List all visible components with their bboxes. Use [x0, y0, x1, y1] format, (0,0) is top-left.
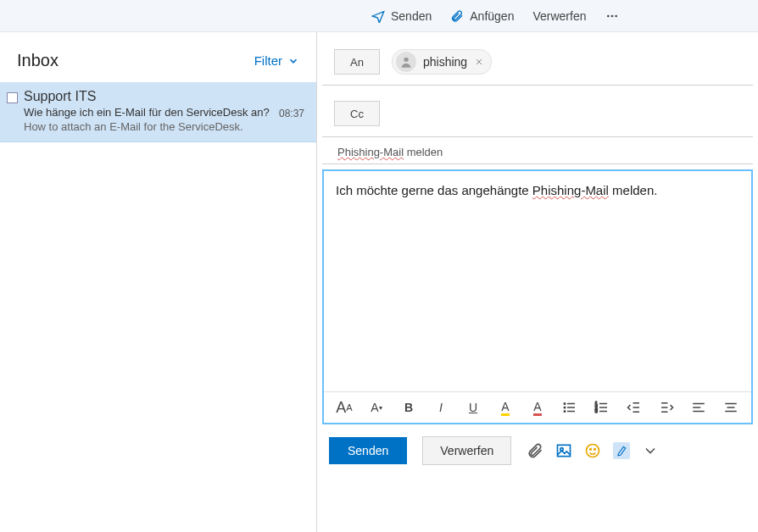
paperclip-icon	[450, 9, 464, 23]
toolbar-attach[interactable]: Anfügen	[450, 9, 514, 23]
outdent-button[interactable]	[626, 399, 643, 416]
svg-point-8	[564, 411, 566, 413]
cc-button[interactable]: Cc	[334, 101, 380, 126]
indent-button[interactable]	[658, 399, 675, 416]
italic-button[interactable]: I	[432, 399, 449, 416]
avatar-icon	[396, 52, 416, 72]
mail-from: Support ITS	[24, 89, 301, 104]
align-center-button[interactable]	[722, 399, 739, 416]
svg-point-30	[587, 445, 599, 457]
subject-rest: melden	[404, 146, 443, 158]
discard-button[interactable]: Verwerfen	[422, 436, 511, 465]
compose-body-frame: Ich möchte gerne das angehängte Phishing…	[322, 169, 753, 424]
svg-point-1	[610, 14, 613, 17]
mail-checkbox[interactable]	[7, 92, 18, 103]
underline-button[interactable]: U	[465, 399, 482, 416]
cc-field-row: Cc	[322, 96, 753, 137]
svg-point-3	[404, 58, 408, 62]
mail-list-item[interactable]: Support ITS 08:37 Wie hänge ich ein E-Ma…	[0, 82, 316, 142]
send-button[interactable]: Senden	[329, 437, 407, 464]
toolbar-discard[interactable]: Verwerfen	[532, 9, 586, 23]
recipient-name: phishing	[423, 55, 467, 69]
toolbar-discard-label: Verwerfen	[532, 9, 586, 23]
mail-preview: How to attach an E-Mail for the ServiceD…	[24, 120, 301, 133]
numbered-button[interactable]: 123	[594, 399, 610, 416]
mail-subject: Wie hänge ich ein E-Mail für den Service…	[24, 106, 301, 119]
bullets-button[interactable]	[561, 399, 578, 416]
toolbar-more[interactable]	[605, 9, 619, 23]
subject-input[interactable]: Phishing-Mail melden	[337, 146, 738, 158]
toolbar-send[interactable]: Senden	[371, 9, 432, 23]
mail-list-pane: Inbox Filter Support ITS 08:37 Wie hänge…	[0, 32, 317, 532]
subject-row[interactable]: Phishing-Mail melden	[322, 137, 753, 164]
highlight-button[interactable]: A	[497, 399, 514, 416]
toolbar-attach-label: Anfügen	[470, 9, 514, 23]
recipient-chip[interactable]: phishing	[392, 49, 492, 75]
emoji-button[interactable]	[584, 442, 601, 459]
font-size-small[interactable]: A▾	[368, 399, 385, 416]
more-actions-button[interactable]	[642, 442, 659, 459]
to-button[interactable]: An	[334, 49, 380, 75]
filter-dropdown[interactable]: Filter	[254, 53, 299, 68]
compose-action-bar: Senden Verwerfen	[317, 424, 758, 477]
body-wavy: Phishing-Mail	[532, 183, 609, 197]
format-toolbar: AA A▾ B I U A A 123	[324, 391, 751, 423]
compose-body[interactable]: Ich möchte gerne das angehängte Phishing…	[324, 171, 751, 391]
attach-icon-button[interactable]	[527, 442, 543, 459]
font-size-large[interactable]: AA	[336, 399, 353, 416]
svg-text:3: 3	[595, 408, 598, 413]
insert-image-button[interactable]	[555, 442, 572, 459]
ellipsis-icon	[605, 9, 619, 23]
bold-button[interactable]: B	[400, 399, 417, 416]
top-toolbar: Senden Anfügen Verwerfen	[0, 0, 758, 32]
subject-wavy: Phishing-Mail	[337, 146, 404, 158]
mail-time: 08:37	[279, 108, 304, 119]
filter-label: Filter	[254, 53, 282, 68]
svg-point-2	[615, 14, 617, 17]
body-suffix: melden.	[609, 183, 658, 197]
inbox-title: Inbox	[17, 51, 59, 70]
compose-pane: An phishing Cc Phishing-Mail melden Ich …	[317, 32, 758, 532]
send-icon	[371, 9, 385, 23]
align-left-button[interactable]	[690, 399, 707, 416]
svg-point-32	[594, 449, 596, 451]
svg-point-0	[607, 14, 610, 17]
svg-point-6	[564, 407, 566, 408]
formatting-pane-button[interactable]	[613, 442, 630, 459]
to-field-row: An phishing	[322, 44, 753, 86]
svg-rect-28	[558, 445, 571, 456]
font-color-button[interactable]: A	[529, 399, 546, 416]
toolbar-send-label: Senden	[391, 9, 432, 23]
svg-point-31	[590, 449, 592, 451]
body-prefix: Ich möchte gerne das angehängte	[336, 183, 532, 197]
chevron-down-icon	[287, 55, 299, 67]
chip-remove-icon[interactable]	[474, 57, 484, 67]
svg-point-4	[564, 403, 566, 405]
